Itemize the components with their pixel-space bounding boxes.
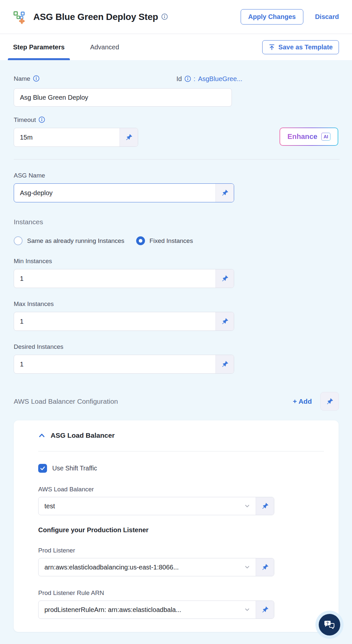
aws-load-balancer-pin-button[interactable] <box>256 497 274 515</box>
name-label: Name <box>14 75 30 82</box>
timeout-label: Timeout <box>14 116 36 124</box>
id-label: Id <box>176 75 182 83</box>
pin-icon <box>125 133 133 141</box>
prod-listener-rule-value: prodListenerRuleArn: arn:aws:elasticload… <box>44 606 241 614</box>
upload-icon <box>268 44 275 51</box>
id-separator: : <box>194 75 196 83</box>
tab-step-parameters[interactable]: Step Parameters <box>13 34 65 60</box>
id-info-icon[interactable] <box>184 75 191 83</box>
add-load-balancer-button[interactable]: + Add <box>293 398 312 405</box>
save-as-template-button[interactable]: Save as Template <box>262 40 339 54</box>
desired-instances-input[interactable] <box>14 355 216 373</box>
title-info-icon[interactable] <box>161 13 168 20</box>
prod-listener-pin-button[interactable] <box>256 558 274 576</box>
header-actions: Apply Changes Discard <box>241 9 339 25</box>
name-id-row: Name Id : AsgBlueGree... <box>14 60 242 84</box>
asg-load-balancer-card: ASG Load Balancer Use Shift Traffic AWS … <box>14 420 339 632</box>
aws-load-balancer-select-unit: test <box>38 497 274 515</box>
desired-instances-pin-button[interactable] <box>216 355 234 373</box>
min-instances-input[interactable] <box>14 269 216 288</box>
tab-step-parameters-label: Step Parameters <box>13 43 65 51</box>
desired-instances-label: Desired Instances <box>14 343 338 350</box>
aws-load-balancer-label: AWS Load Balancer <box>38 486 324 493</box>
pin-icon <box>221 317 229 325</box>
pin-icon <box>261 606 269 614</box>
step-parameters-panel: Enhance AI Name Id : <box>0 60 352 632</box>
prod-listener-select[interactable]: arn:aws:elasticloadbalancing:us-east-1:8… <box>39 558 256 576</box>
aws-load-balancer-select[interactable]: test <box>39 497 256 515</box>
tab-advanced-label: Advanced <box>90 43 119 51</box>
prod-listener-select-unit: arn:aws:elasticloadbalancing:us-east-1:8… <box>38 558 274 576</box>
instances-heading: Instances <box>14 218 338 226</box>
accordion-title: ASG Load Balancer <box>51 432 115 439</box>
svg-text:?: ? <box>326 621 328 626</box>
pin-icon <box>326 398 334 405</box>
name-label-group: Name <box>14 75 40 82</box>
radio-same-as-running-label: Same as already running Instances <box>27 237 124 245</box>
enhance-ai-button[interactable]: Enhance AI <box>280 127 338 146</box>
timeout-label-group: Timeout <box>14 116 338 124</box>
aws-load-balancer-value: test <box>44 502 241 510</box>
asg-load-balancer-accordion[interactable]: ASG Load Balancer <box>38 432 324 439</box>
max-instances-label: Max Instances <box>14 300 338 308</box>
pin-icon <box>261 502 269 510</box>
asg-name-input-unit <box>14 183 234 202</box>
discard-button[interactable]: Discard <box>315 13 339 21</box>
asg-name-label: ASG Name <box>14 172 338 179</box>
chat-help-icon: ? <box>324 619 335 631</box>
step-id-group: Id : AsgBlueGree... <box>176 75 242 83</box>
radio-fixed-instances[interactable]: Fixed Instances <box>136 236 193 245</box>
chevron-down-icon <box>244 606 250 613</box>
pin-icon <box>221 275 229 282</box>
pin-icon <box>261 563 269 571</box>
asg-name-input[interactable] <box>14 184 216 202</box>
max-instances-input-unit <box>14 312 234 331</box>
prod-listener-rule-select[interactable]: prodListenerRuleArn: arn:aws:elasticload… <box>39 601 256 619</box>
timeout-input[interactable] <box>14 128 120 146</box>
instances-radio-group: Same as already running Instances Fixed … <box>14 236 338 245</box>
radio-fixed-instances-label: Fixed Instances <box>150 237 193 245</box>
desired-instances-input-unit <box>14 355 234 374</box>
id-value: AsgBlueGree... <box>198 75 242 83</box>
prod-listener-section-title: Configure your Production Listener <box>38 526 324 534</box>
section-divider <box>14 159 340 160</box>
apply-changes-button[interactable]: Apply Changes <box>241 9 303 25</box>
prod-listener-value: arn:aws:elasticloadbalancing:us-east-1:8… <box>44 564 241 571</box>
save-as-template-label: Save as Template <box>279 43 333 51</box>
chevron-down-icon <box>244 564 250 570</box>
chevron-up-icon <box>38 432 45 439</box>
min-instances-input-unit <box>14 269 234 288</box>
tab-advanced[interactable]: Advanced <box>90 34 119 60</box>
radio-circle-unselected <box>14 236 23 245</box>
radio-same-as-running[interactable]: Same as already running Instances <box>14 236 124 245</box>
timeout-info-icon[interactable] <box>39 116 45 124</box>
help-chat-button[interactable]: ? <box>319 614 340 636</box>
min-instances-pin-button[interactable] <box>216 269 234 288</box>
asg-step-icon <box>13 9 28 25</box>
use-shift-traffic-row[interactable]: Use Shift Traffic <box>38 464 324 473</box>
max-instances-input[interactable] <box>14 312 216 330</box>
page-title: ASG Blue Green Deploy Step <box>33 12 158 22</box>
pin-icon <box>221 360 229 368</box>
use-shift-traffic-label: Use Shift Traffic <box>52 465 97 472</box>
pin-icon <box>221 189 229 197</box>
check-icon <box>40 465 46 471</box>
max-instances-pin-button[interactable] <box>216 312 234 330</box>
prod-listener-rule-label: Prod Listener Rule ARN <box>38 589 324 597</box>
ai-badge: AI <box>321 133 330 141</box>
lb-config-pin-button[interactable] <box>320 392 339 411</box>
prod-listener-label: Prod Listener <box>38 547 324 554</box>
prod-listener-rule-pin-button[interactable] <box>256 601 274 619</box>
name-input[interactable] <box>14 88 232 107</box>
min-instances-label: Min Instances <box>14 258 338 265</box>
use-shift-traffic-checkbox[interactable] <box>38 464 47 473</box>
card-divider <box>38 451 324 451</box>
radio-circle-selected <box>136 236 145 245</box>
lb-config-header-row: AWS Load Balancer Configuration + Add <box>14 392 339 411</box>
lb-config-heading: AWS Load Balancer Configuration <box>14 398 118 405</box>
asg-name-pin-button[interactable] <box>216 184 234 202</box>
name-info-icon[interactable] <box>33 75 40 82</box>
timeout-pin-button[interactable] <box>120 128 138 146</box>
tab-bar: Step Parameters Advanced Save as Templat… <box>0 34 352 60</box>
chevron-down-icon <box>244 503 250 509</box>
